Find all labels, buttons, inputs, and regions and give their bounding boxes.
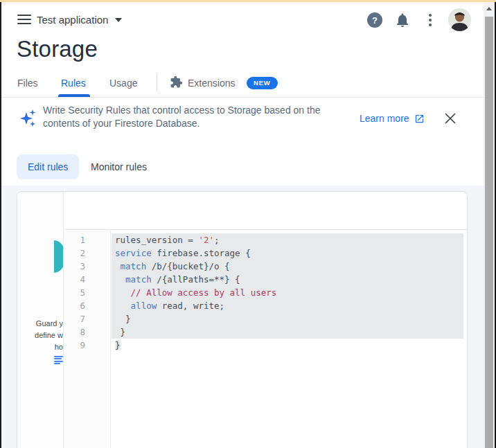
- bell-icon: [394, 12, 411, 28]
- code-token: [115, 287, 131, 298]
- code-line[interactable]: }: [112, 312, 463, 325]
- new-badge: NEW: [247, 77, 278, 89]
- code-token: [115, 301, 131, 311]
- tab-usage[interactable]: Usage: [109, 78, 137, 89]
- code-lines[interactable]: rules_version = '2';service firebase.sto…: [112, 231, 467, 448]
- line-number: 4: [64, 273, 85, 286]
- tabs-bottom-border: [1, 97, 484, 98]
- banner-message: Write Security Rules that control access…: [43, 104, 321, 129]
- line-number: 2: [64, 247, 85, 260]
- code-token: /{allPaths=**} {: [152, 274, 240, 285]
- triangle-up-icon: [486, 7, 492, 10]
- code-token: [115, 261, 121, 271]
- page-title: Storage: [17, 36, 98, 62]
- sidebar-note-line-3: ho: [17, 341, 63, 353]
- code-token: /b/{bucket}/o {: [146, 261, 229, 271]
- open-in-new-icon: [414, 114, 425, 124]
- code-token: match: [121, 261, 147, 271]
- chevron-down-icon: [115, 18, 122, 22]
- code-line[interactable]: service firebase.storage {: [112, 247, 463, 260]
- help-icon[interactable]: ?: [367, 12, 382, 28]
- line-number: 1: [64, 233, 85, 247]
- rules-editor-section: Guard y define w ho 123456789 rules_vers…: [1, 186, 484, 448]
- tab-rules[interactable]: Rules: [61, 78, 86, 89]
- line-number: 6: [64, 299, 85, 312]
- banner-message-line-1: Write Security Rules that control access…: [43, 104, 321, 117]
- notifications-icon[interactable]: [394, 12, 411, 28]
- rules-editor-card: Guard y define w ho 123456789 rules_vers…: [17, 191, 468, 448]
- project-switcher[interactable]: Test application: [37, 14, 122, 26]
- code-token: service: [115, 248, 152, 258]
- code-line[interactable]: // Allow access by all users: [112, 286, 463, 299]
- puzzle-icon: [170, 75, 183, 89]
- code-token: rules_version =: [115, 235, 198, 245]
- rules-list-icon: [54, 356, 63, 366]
- code-token: }: [115, 327, 125, 337]
- illustration-teal-shape: [54, 240, 64, 273]
- line-number: 8: [64, 325, 85, 339]
- banner-message-line-2: contents of your Firestore Database.: [43, 117, 321, 130]
- code-token: read, write;: [157, 301, 224, 311]
- tab-divider: [157, 73, 157, 91]
- edit-rules-chip[interactable]: Edit rules: [17, 154, 79, 179]
- code-line[interactable]: match /b/{bucket}/o {: [112, 260, 463, 273]
- code-token: '2': [198, 235, 214, 245]
- rules-sidebar: Guard y define w ho: [17, 192, 64, 448]
- code-token: // Allow access by all users: [131, 287, 277, 298]
- line-number: 9: [64, 339, 85, 352]
- sidebar-note: Guard y define w ho: [17, 318, 63, 353]
- code-token: }: [115, 340, 121, 350]
- learn-more-link[interactable]: Learn more: [360, 113, 425, 124]
- page-scrollbar[interactable]: [484, 2, 495, 448]
- project-name: Test application: [37, 14, 108, 26]
- more-vert-icon[interactable]: [425, 12, 435, 28]
- line-number: 3: [64, 260, 85, 273]
- avatar-image: [448, 8, 471, 31]
- close-icon[interactable]: [443, 111, 457, 125]
- code-token: ;: [214, 235, 220, 245]
- sidebar-note-line-2: define w: [17, 330, 63, 341]
- avatar[interactable]: [448, 8, 471, 31]
- code-token: }: [115, 314, 131, 324]
- editor-toolbar: [64, 192, 467, 230]
- menu-icon[interactable]: [17, 15, 31, 24]
- sidebar-note-line-1: Guard y: [17, 318, 63, 330]
- tab-extensions[interactable]: Extensions: [188, 78, 235, 89]
- window-top-accent-bar: [0, 0, 496, 2]
- code-line[interactable]: allow read, write;: [112, 299, 463, 312]
- code-line[interactable]: rules_version = '2';: [112, 233, 463, 247]
- firebase-console-window: Test application ? Storage Files Rules U…: [0, 0, 496, 448]
- code-token: allow: [131, 301, 157, 311]
- code-line[interactable]: }: [112, 325, 463, 339]
- gutter: 123456789: [64, 231, 111, 448]
- code-token: firebase.storage {: [152, 248, 251, 258]
- line-number: 5: [64, 286, 85, 299]
- sparkle-icon: [19, 108, 38, 129]
- scrollbar-up-button[interactable]: [484, 2, 495, 15]
- code-line[interactable]: }: [112, 339, 467, 352]
- monitor-rules-chip[interactable]: Monitor rules: [91, 154, 147, 179]
- line-number: 7: [64, 312, 85, 325]
- code-line[interactable]: match /{allPaths=**} {: [112, 273, 463, 286]
- code-token: [115, 274, 125, 285]
- learn-more-label: Learn more: [360, 113, 409, 124]
- tab-files[interactable]: Files: [17, 78, 38, 89]
- code-token: match: [125, 274, 152, 285]
- scrollbar-thumb[interactable]: [485, 17, 493, 448]
